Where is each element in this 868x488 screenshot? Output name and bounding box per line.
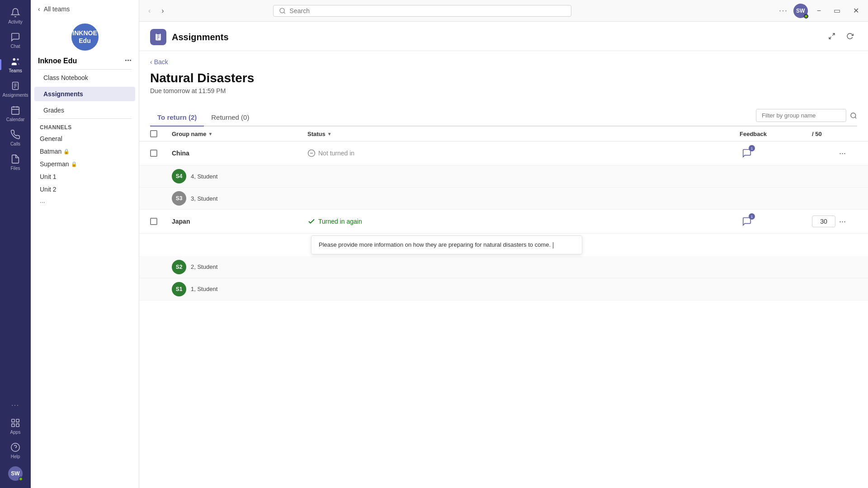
refresh-button[interactable]: [843, 31, 857, 43]
team-logo: INKNOEEdu: [71, 23, 99, 51]
s2-name: 2, Student: [191, 263, 217, 270]
sidebar-item-calls[interactable]: Calls: [0, 126, 31, 150]
sidebar-item-calendar[interactable]: Calendar: [0, 101, 31, 126]
close-button[interactable]: ✕: [849, 5, 863, 17]
files-label: Files: [10, 166, 20, 171]
search-bar[interactable]: [273, 5, 571, 17]
status-col-label: Status: [307, 131, 326, 137]
s1-name: 1, Student: [191, 286, 217, 292]
icon-bar-bottom: ··· Apps Help: [0, 396, 31, 484]
activity-icon: [10, 7, 21, 18]
japan-status-label: Turned in again: [318, 218, 362, 225]
list-item: S4 4, Student: [139, 165, 868, 188]
maximize-button[interactable]: ▭: [830, 5, 844, 17]
filter-search-icon[interactable]: [850, 112, 857, 119]
feedback-badge-2: 1: [749, 213, 755, 220]
back-nav-button[interactable]: ‹: [145, 5, 154, 17]
channel-superman-label: Superman: [40, 160, 69, 168]
top-bar: ‹ › ··· SW − ▭ ✕: [139, 0, 868, 22]
table-row: China Not turned in 1 ···: [139, 141, 868, 165]
sidebar-item-chat[interactable]: Chat: [0, 28, 31, 52]
status-sort-icon: ▼: [327, 131, 332, 136]
assignment-title: Natural Disasters: [150, 71, 857, 85]
score-col-label: / 50: [812, 131, 822, 137]
nav-assignments[interactable]: Assignments: [34, 87, 135, 101]
china-status: Not turned in: [307, 149, 740, 157]
ellipsis-icon: ···: [10, 399, 21, 410]
activity-label: Activity: [8, 19, 23, 24]
back-arrow-icon: ‹: [38, 5, 40, 13]
expand-button[interactable]: [825, 31, 839, 43]
assignments-label: Assignments: [2, 93, 28, 98]
user-avatar-item[interactable]: SW: [0, 463, 31, 484]
japan-checkbox[interactable]: [150, 218, 157, 225]
china-feedback-icon[interactable]: 1: [740, 146, 754, 160]
col-header-group-name[interactable]: Group name ▼: [172, 131, 307, 137]
all-teams-link[interactable]: ‹ All teams: [31, 0, 139, 18]
channel-general[interactable]: General: [31, 132, 139, 145]
feedback-text: Please provide more information on how t…: [319, 241, 551, 248]
team-options-icon[interactable]: ···: [125, 56, 132, 66]
channel-unit1[interactable]: Unit 1: [31, 170, 139, 183]
chat-icon: [10, 32, 21, 42]
sidebar-item-teams[interactable]: Teams: [0, 52, 31, 77]
feedback-col-label: Feedback: [740, 131, 767, 137]
sidebar-item-files[interactable]: Files: [0, 150, 31, 174]
assignments-icon: [10, 80, 21, 91]
filter-area: [756, 109, 857, 126]
filter-input[interactable]: [756, 109, 846, 122]
channel-unit2[interactable]: Unit 2: [31, 183, 139, 196]
select-all-checkbox[interactable]: [150, 130, 157, 137]
feedback-badge: 1: [749, 145, 755, 151]
forward-nav-button[interactable]: ›: [158, 5, 167, 17]
back-link[interactable]: ‹ Back: [150, 58, 857, 66]
minimize-button[interactable]: −: [813, 5, 825, 17]
sidebar-more[interactable]: ···: [31, 196, 139, 208]
japan-more-menu[interactable]: ···: [839, 217, 857, 226]
not-turned-icon: [307, 149, 316, 157]
s2-initials: S2: [176, 264, 183, 270]
channel-superman[interactable]: Superman 🔒: [31, 158, 139, 170]
china-checkbox[interactable]: [150, 150, 157, 157]
teams-label: Teams: [9, 68, 22, 73]
content-header: Assignments: [139, 22, 868, 51]
japan-group-name: Japan: [172, 218, 307, 225]
list-item: S1 1, Student: [139, 278, 868, 300]
s1-avatar: S1: [172, 282, 186, 296]
sidebar-item-more[interactable]: ···: [0, 396, 31, 414]
svg-rect-19: [157, 33, 160, 34]
expand-icon: [828, 33, 835, 40]
channel-batman[interactable]: Batman 🔒: [31, 145, 139, 158]
s4-avatar: S4: [172, 169, 186, 183]
japan-score[interactable]: 30: [812, 216, 835, 227]
top-dots-menu[interactable]: ···: [779, 7, 788, 15]
svg-rect-18: [156, 34, 161, 41]
svg-point-16: [280, 8, 284, 13]
svg-rect-12: [12, 424, 14, 427]
sidebar-item-assignments[interactable]: Assignments: [0, 77, 31, 101]
help-label: Help: [11, 454, 20, 459]
nav-class-notebook[interactable]: Class Notebook: [34, 70, 135, 85]
sidebar-item-activity[interactable]: Activity: [0, 4, 31, 28]
nav-grades[interactable]: Grades: [34, 103, 135, 117]
lock-icon-superman: 🔒: [71, 161, 77, 167]
user-status-badge: [804, 14, 808, 19]
japan-feedback-icon[interactable]: 1: [740, 214, 754, 229]
col-header-status[interactable]: Status ▼: [307, 131, 740, 137]
s2-avatar: S2: [172, 260, 186, 274]
s4-initials: S4: [176, 173, 183, 179]
channel-unit2-label: Unit 2: [40, 186, 57, 193]
svg-line-24: [829, 37, 831, 39]
tab-returned[interactable]: Returned (0): [204, 109, 256, 126]
s1-info: S1 1, Student: [172, 282, 307, 296]
sidebar-item-apps[interactable]: Apps: [0, 414, 31, 438]
japan-status: Turned in again: [307, 217, 740, 225]
svg-rect-6: [12, 107, 19, 115]
s4-name: 4, Student: [191, 173, 217, 180]
text-cursor: [553, 242, 553, 249]
china-more-menu[interactable]: ···: [839, 149, 857, 158]
user-avatar[interactable]: SW: [793, 4, 808, 18]
tab-to-return[interactable]: To return (2): [150, 109, 204, 126]
sidebar-item-help[interactable]: Help: [0, 438, 31, 463]
search-input[interactable]: [290, 7, 566, 14]
